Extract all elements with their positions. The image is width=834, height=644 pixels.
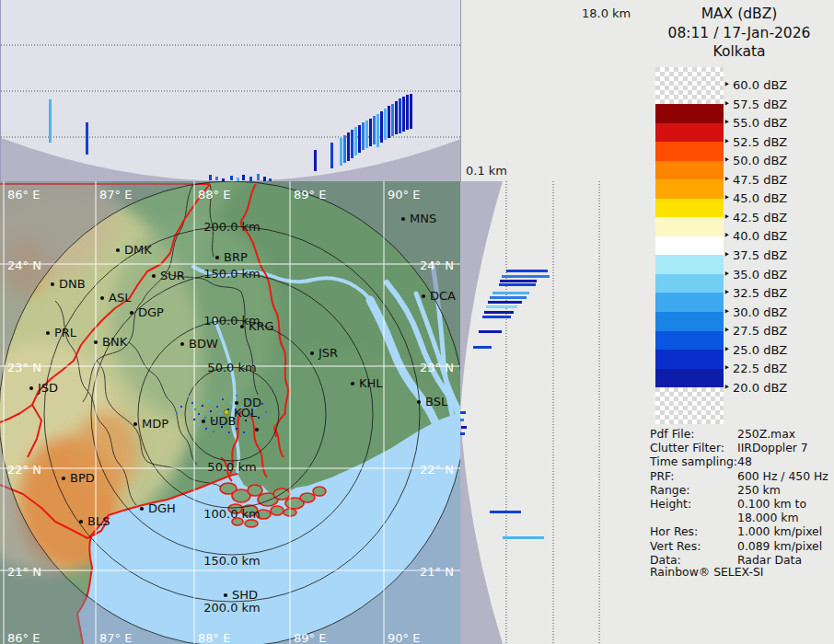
legend-swatch [655, 369, 724, 388]
top-profile-plot [1, 0, 461, 181]
longitude-label: 88° E [198, 188, 230, 201]
metadata-value: IIRDoppler 7 [737, 441, 808, 454]
metadata-label: Hor Res: [650, 524, 737, 538]
city-label: BLS [87, 514, 110, 528]
software-footer: Rainbow® SELEX-SI [650, 565, 763, 579]
city-marker-dot [417, 400, 421, 404]
range-ring-label: 200.0 km [203, 220, 261, 234]
city-marker-dot [130, 311, 133, 315]
city-label: MDP [142, 417, 168, 431]
longitude-label: 87° E [99, 631, 132, 644]
metadata-label: Clutter Filter: [650, 441, 737, 454]
metadata-label: PRF: [650, 469, 737, 483]
legend-swatch [655, 312, 724, 331]
radar-site-name: Kolkata [644, 42, 834, 62]
city-label: BPD [70, 471, 95, 485]
city-label: DMK [124, 243, 152, 257]
legend-threshold-label: 52.5 dBZ [724, 135, 787, 149]
city-marker-dot [401, 217, 405, 221]
metadata-row: 18.000 km [650, 511, 834, 524]
longitude-label: 90° E [388, 188, 420, 201]
legend-threshold-label: 35.0 dBZ [724, 268, 787, 282]
legend-swatch [655, 350, 724, 369]
city-marker-dot [180, 342, 184, 346]
legend-threshold-label: 27.5 dBZ [724, 324, 787, 338]
metadata-label: Height: [650, 497, 737, 511]
city-marker-dot [215, 256, 219, 259]
metadata-row: Range:250 km [650, 483, 834, 497]
legend-threshold-label: 45.0 dBZ [724, 191, 787, 205]
product-title: MAX (dBZ) [644, 5, 834, 24]
legend-threshold-label: 32.5 dBZ [724, 286, 787, 300]
metadata-label: Vert Res: [650, 539, 737, 553]
metadata-value: 18.000 km [737, 511, 799, 524]
latitude-label: 23° N [7, 361, 41, 374]
legend-swatch [655, 236, 724, 256]
range-ring-label: 50.0 km [207, 361, 256, 374]
legend-threshold-label: 25.0 dBZ [724, 343, 787, 357]
metadata-label [650, 511, 737, 524]
city-label: DCA [430, 289, 456, 303]
city-label: JSR [318, 346, 338, 360]
legend-swatch [655, 217, 724, 236]
range-ring-label: 50.0 km [207, 460, 256, 474]
metadata-row: Pdf File:250Z.max [650, 427, 834, 441]
legend-threshold-label: 30.0 dBZ [724, 305, 787, 319]
radar-map: 86° E86° E87° E87° E88° E88° E89° E89° E… [0, 181, 460, 644]
scan-datetime: 08:11 / 17-Jan-2026 [644, 24, 834, 43]
metadata-label: Range: [650, 483, 737, 497]
metadata-row: PRF:600 Hz / 450 Hz [650, 469, 834, 483]
city-label: BNK [102, 335, 128, 349]
scan-metadata: Pdf File:250Z.maxClutter Filter:IIRDoppl… [650, 427, 834, 567]
city-label: UDB [210, 414, 236, 428]
right-height-profile-panel [460, 181, 650, 644]
metadata-label: Time sampling: [650, 454, 737, 468]
city-label: BRP [224, 250, 248, 264]
metadata-value: 0.100 km to [737, 497, 806, 511]
city-marker-dot [51, 282, 54, 286]
legend-swatch [655, 123, 724, 143]
legend-title-block: MAX (dBZ) 08:11 / 17-Jan-2026 Kolkata [644, 5, 834, 62]
top-height-profile-panel [0, 0, 461, 181]
right-profile-plot [460, 181, 650, 644]
legend-swatch [655, 255, 724, 274]
color-bar [655, 67, 724, 424]
metadata-row: Hor Res:1.000 km/pixel [650, 524, 834, 538]
height-axis-max-label: 18.0 km [582, 6, 631, 20]
longitude-label: 88° E [198, 631, 230, 644]
city-label: BSL [425, 395, 448, 408]
legend-threshold-label: 42.5 dBZ [724, 211, 787, 224]
city-marker-dot [29, 386, 33, 390]
legend-swatch [655, 274, 724, 293]
city-marker-dot [202, 420, 205, 423]
city-label: DGP [138, 305, 164, 319]
city-marker-dot [351, 382, 354, 385]
metadata-value: 1.000 km/pixel [737, 524, 822, 538]
metadata-value: 48 [737, 454, 752, 468]
city-marker-dot [94, 340, 98, 344]
metadata-row: Height:0.100 km to [650, 497, 834, 511]
city-label: SHD [232, 588, 258, 602]
latitude-label: 24° N [7, 259, 41, 272]
longitude-label: 89° E [294, 188, 326, 201]
radar-site-label: KOL [234, 406, 258, 420]
top-profile-blind-zone [1, 138, 461, 181]
longitude-label: 89° E [294, 631, 326, 644]
latitude-label: 22° N [7, 463, 41, 477]
legend-swatch [655, 142, 724, 161]
longitude-label: 86° E [7, 188, 40, 201]
city-label: PRL [54, 326, 77, 339]
city-label: DGH [148, 501, 176, 515]
longitude-label: 87° E [99, 188, 132, 201]
legend-threshold-label: 40.0 dBZ [724, 229, 787, 243]
city-label: ASL [109, 291, 132, 305]
metadata-value: 250 km [737, 483, 781, 497]
legend-threshold-label: 22.5 dBZ [724, 362, 787, 375]
radar-map-panel: 86° E86° E87° E87° E88° E88° E89° E89° E… [0, 181, 460, 644]
city-marker-dot [310, 351, 314, 355]
city-label: KRG [249, 319, 274, 333]
longitude-label: 90° E [388, 631, 420, 644]
legend-threshold-label: 47.5 dBZ [724, 173, 787, 187]
city-label: BDW [189, 337, 218, 351]
metadata-row: Vert Res:0.089 km/pixel [650, 539, 834, 553]
